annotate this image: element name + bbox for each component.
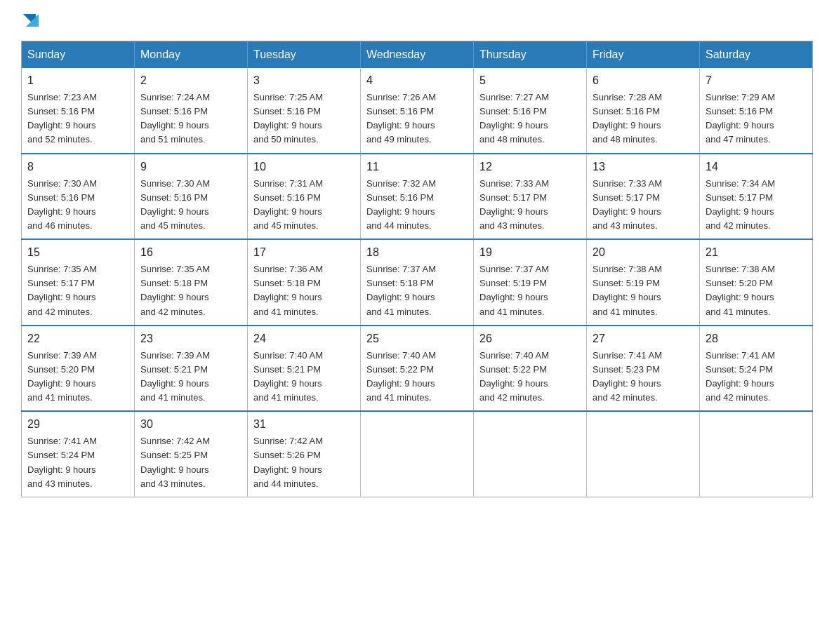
day-info: Sunrise: 7:41 AMSunset: 5:24 PMDaylight:… — [27, 436, 97, 488]
day-info: Sunrise: 7:40 AMSunset: 5:22 PMDaylight:… — [479, 350, 549, 403]
day-number: 2 — [140, 72, 241, 89]
day-number: 18 — [366, 244, 468, 261]
calendar-cell: 8 Sunrise: 7:30 AMSunset: 5:16 PMDayligh… — [22, 154, 135, 240]
day-number: 1 — [27, 72, 128, 89]
day-info: Sunrise: 7:42 AMSunset: 5:25 PMDaylight:… — [140, 436, 210, 488]
day-number: 27 — [593, 330, 694, 347]
calendar-cell — [587, 411, 700, 497]
day-info: Sunrise: 7:25 AMSunset: 5:16 PMDaylight:… — [253, 92, 323, 145]
day-number: 9 — [140, 159, 241, 175]
day-number: 23 — [140, 330, 241, 347]
day-info: Sunrise: 7:40 AMSunset: 5:22 PMDaylight:… — [366, 350, 436, 403]
day-header-thursday: Thursday — [474, 41, 587, 69]
calendar-week-row: 8 Sunrise: 7:30 AMSunset: 5:16 PMDayligh… — [22, 154, 813, 240]
day-info: Sunrise: 7:42 AMSunset: 5:26 PMDaylight:… — [253, 436, 323, 488]
day-number: 30 — [140, 416, 241, 433]
calendar-cell: 24 Sunrise: 7:40 AMSunset: 5:21 PMDaylig… — [248, 326, 361, 412]
calendar-table: SundayMondayTuesdayWednesdayThursdayFrid… — [21, 41, 813, 497]
calendar-cell: 31 Sunrise: 7:42 AMSunset: 5:26 PMDaylig… — [248, 411, 361, 497]
day-info: Sunrise: 7:27 AMSunset: 5:16 PMDaylight:… — [479, 92, 549, 145]
day-header-monday: Monday — [135, 41, 248, 69]
day-info: Sunrise: 7:29 AMSunset: 5:16 PMDaylight:… — [706, 92, 775, 145]
day-info: Sunrise: 7:41 AMSunset: 5:24 PMDaylight:… — [706, 350, 775, 403]
day-info: Sunrise: 7:33 AMSunset: 5:17 PMDaylight:… — [479, 178, 549, 231]
day-info: Sunrise: 7:39 AMSunset: 5:20 PMDaylight:… — [27, 350, 97, 403]
day-info: Sunrise: 7:23 AMSunset: 5:16 PMDaylight:… — [27, 92, 97, 145]
day-number: 20 — [593, 244, 694, 261]
day-info: Sunrise: 7:33 AMSunset: 5:17 PMDaylight:… — [593, 178, 662, 231]
calendar-cell: 1 Sunrise: 7:23 AMSunset: 5:16 PMDayligh… — [22, 68, 135, 154]
calendar-cell: 25 Sunrise: 7:40 AMSunset: 5:22 PMDaylig… — [361, 326, 474, 412]
day-number: 7 — [706, 72, 807, 89]
calendar-cell — [474, 411, 587, 497]
day-number: 3 — [253, 72, 355, 89]
day-number: 17 — [253, 244, 355, 261]
calendar-cell: 27 Sunrise: 7:41 AMSunset: 5:23 PMDaylig… — [587, 326, 700, 412]
day-info: Sunrise: 7:36 AMSunset: 5:18 PMDaylight:… — [253, 264, 323, 316]
calendar-cell: 10 Sunrise: 7:31 AMSunset: 5:16 PMDaylig… — [248, 154, 361, 240]
day-number: 29 — [27, 416, 128, 433]
calendar-cell: 26 Sunrise: 7:40 AMSunset: 5:22 PMDaylig… — [474, 326, 587, 412]
calendar-cell: 30 Sunrise: 7:42 AMSunset: 5:25 PMDaylig… — [135, 411, 248, 497]
day-number: 28 — [706, 330, 807, 347]
day-info: Sunrise: 7:28 AMSunset: 5:16 PMDaylight:… — [593, 92, 662, 145]
calendar-cell — [361, 411, 474, 497]
logo-blue-text — [21, 14, 39, 29]
day-info: Sunrise: 7:38 AMSunset: 5:20 PMDaylight:… — [706, 264, 775, 316]
calendar-cell: 2 Sunrise: 7:24 AMSunset: 5:16 PMDayligh… — [135, 68, 248, 154]
calendar-cell: 12 Sunrise: 7:33 AMSunset: 5:17 PMDaylig… — [474, 154, 587, 240]
page-header — [21, 14, 813, 29]
day-info: Sunrise: 7:30 AMSunset: 5:16 PMDaylight:… — [27, 178, 97, 231]
calendar-cell: 9 Sunrise: 7:30 AMSunset: 5:16 PMDayligh… — [135, 154, 248, 240]
day-number: 19 — [479, 244, 581, 261]
calendar-week-row: 22 Sunrise: 7:39 AMSunset: 5:20 PMDaylig… — [22, 326, 813, 412]
logo-icon — [23, 14, 39, 29]
calendar-cell: 4 Sunrise: 7:26 AMSunset: 5:16 PMDayligh… — [361, 68, 474, 154]
calendar-cell: 15 Sunrise: 7:35 AMSunset: 5:17 PMDaylig… — [22, 239, 135, 326]
calendar-cell: 17 Sunrise: 7:36 AMSunset: 5:18 PMDaylig… — [248, 239, 361, 326]
day-info: Sunrise: 7:32 AMSunset: 5:16 PMDaylight:… — [366, 178, 436, 231]
day-header-sunday: Sunday — [22, 41, 135, 69]
day-info: Sunrise: 7:37 AMSunset: 5:18 PMDaylight:… — [366, 264, 436, 316]
logo — [21, 14, 39, 29]
day-header-wednesday: Wednesday — [361, 41, 474, 69]
day-number: 24 — [253, 330, 355, 347]
day-info: Sunrise: 7:39 AMSunset: 5:21 PMDaylight:… — [140, 350, 210, 403]
day-number: 12 — [479, 159, 581, 175]
day-number: 21 — [706, 244, 807, 261]
day-info: Sunrise: 7:35 AMSunset: 5:18 PMDaylight:… — [140, 264, 210, 316]
day-number: 22 — [27, 330, 128, 347]
calendar-cell: 22 Sunrise: 7:39 AMSunset: 5:20 PMDaylig… — [22, 326, 135, 412]
day-header-saturday: Saturday — [700, 41, 813, 69]
calendar-cell: 14 Sunrise: 7:34 AMSunset: 5:17 PMDaylig… — [700, 154, 813, 240]
day-number: 6 — [593, 72, 694, 89]
calendar-cell: 16 Sunrise: 7:35 AMSunset: 5:18 PMDaylig… — [135, 239, 248, 326]
calendar-cell: 11 Sunrise: 7:32 AMSunset: 5:16 PMDaylig… — [361, 154, 474, 240]
calendar-cell: 23 Sunrise: 7:39 AMSunset: 5:21 PMDaylig… — [135, 326, 248, 412]
day-number: 26 — [479, 330, 581, 347]
calendar-header-row: SundayMondayTuesdayWednesdayThursdayFrid… — [22, 41, 813, 69]
day-info: Sunrise: 7:38 AMSunset: 5:19 PMDaylight:… — [593, 264, 662, 316]
day-info: Sunrise: 7:30 AMSunset: 5:16 PMDaylight:… — [140, 178, 210, 231]
calendar-cell: 13 Sunrise: 7:33 AMSunset: 5:17 PMDaylig… — [587, 154, 700, 240]
day-info: Sunrise: 7:26 AMSunset: 5:16 PMDaylight:… — [366, 92, 436, 145]
day-info: Sunrise: 7:37 AMSunset: 5:19 PMDaylight:… — [479, 264, 549, 316]
calendar-week-row: 15 Sunrise: 7:35 AMSunset: 5:17 PMDaylig… — [22, 239, 813, 326]
day-info: Sunrise: 7:35 AMSunset: 5:17 PMDaylight:… — [27, 264, 97, 316]
day-number: 10 — [253, 159, 355, 175]
day-number: 11 — [366, 159, 468, 175]
day-number: 14 — [706, 159, 807, 175]
day-header-tuesday: Tuesday — [248, 41, 361, 69]
day-info: Sunrise: 7:34 AMSunset: 5:17 PMDaylight:… — [706, 178, 775, 231]
calendar-cell: 6 Sunrise: 7:28 AMSunset: 5:16 PMDayligh… — [587, 68, 700, 154]
calendar-cell: 7 Sunrise: 7:29 AMSunset: 5:16 PMDayligh… — [700, 68, 813, 154]
day-info: Sunrise: 7:41 AMSunset: 5:23 PMDaylight:… — [593, 350, 662, 403]
day-number: 25 — [366, 330, 468, 347]
day-info: Sunrise: 7:31 AMSunset: 5:16 PMDaylight:… — [253, 178, 323, 231]
calendar-cell: 18 Sunrise: 7:37 AMSunset: 5:18 PMDaylig… — [361, 239, 474, 326]
calendar-cell — [700, 411, 813, 497]
day-info: Sunrise: 7:24 AMSunset: 5:16 PMDaylight:… — [140, 92, 210, 145]
day-number: 13 — [593, 159, 694, 175]
calendar-cell: 28 Sunrise: 7:41 AMSunset: 5:24 PMDaylig… — [700, 326, 813, 412]
day-number: 4 — [366, 72, 468, 89]
